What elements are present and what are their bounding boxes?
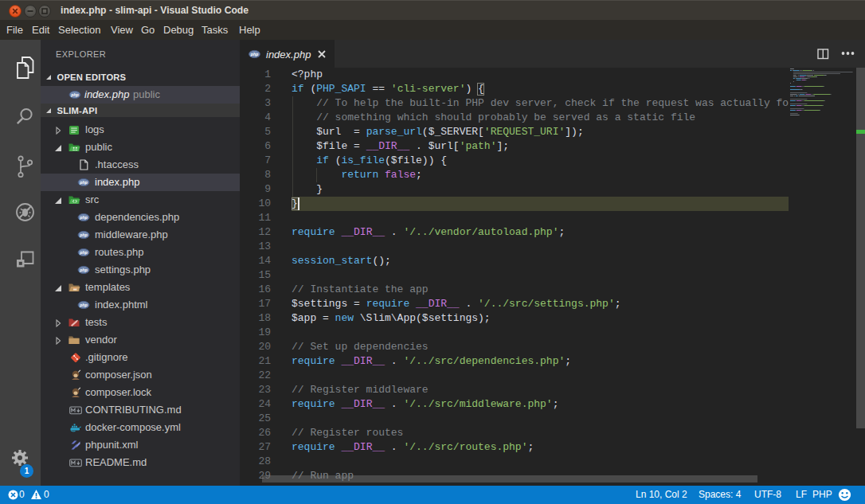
svg-text:php: php	[79, 232, 88, 237]
svg-text:php: php	[79, 268, 88, 272]
svg-text:php: php	[79, 180, 88, 185]
svg-text:php: php	[250, 52, 259, 57]
svg-text:php: php	[79, 215, 88, 220]
svg-text:php: php	[79, 250, 88, 255]
svg-text:php: php	[79, 303, 88, 307]
svg-text:php: php	[70, 92, 79, 97]
